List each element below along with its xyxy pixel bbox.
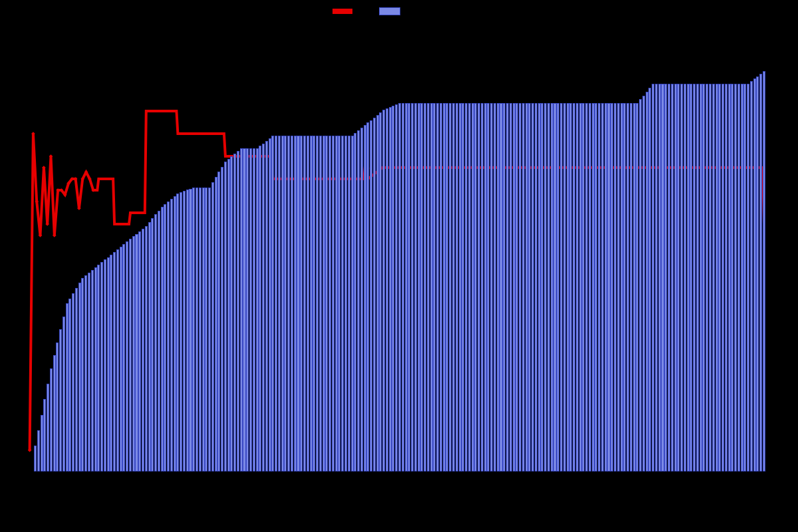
y-left-tick-label: 3,8: [4, 288, 24, 295]
y-left-tick-label: 3,6: [4, 333, 24, 340]
y-left-tick-label: 4,0: [4, 243, 24, 250]
y-left-tick-label: 4,8: [4, 62, 24, 69]
y-right-tick-label: 10: [775, 339, 795, 346]
y-left-tick-label: 3,2: [4, 424, 24, 431]
tick-marks-layer: [0, 0, 798, 532]
y-right-tick-label: 5: [775, 404, 795, 411]
y-right-tick-label: 30: [775, 81, 795, 88]
y-left-tick-label: 4,2: [4, 198, 24, 205]
chart-container: 3,03,23,43,63,84,04,24,44,64,85,00510152…: [0, 0, 798, 532]
y-left-tick-label: 4,6: [4, 107, 24, 114]
y-left-tick-label: 3,0: [4, 469, 24, 476]
y-left-tick-label: 5,0: [4, 17, 24, 24]
y-right-tick-label: 25: [775, 146, 795, 153]
y-right-tick-label: 20: [775, 210, 795, 217]
y-right-tick-label: 0: [775, 469, 795, 476]
y-right-tick-label: 15: [775, 275, 795, 282]
y-left-tick-label: 4,4: [4, 152, 24, 160]
y-right-tick-label: 35: [775, 17, 795, 24]
y-left-tick-label: 3,4: [4, 378, 24, 386]
svg-rect-66: [25, 20, 773, 472]
